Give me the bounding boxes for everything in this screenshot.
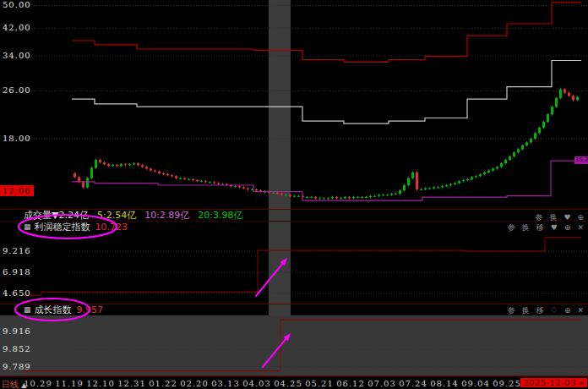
middle-band bbox=[72, 61, 581, 124]
indicator2-value: 9.957 bbox=[77, 304, 104, 315]
date-tick-label: 09.25 bbox=[493, 379, 521, 388]
indicator1-panel[interactable]: 9.2166.9184.650 bbox=[0, 233, 588, 304]
date-tick-label: 04.25 bbox=[274, 379, 302, 388]
date-axis: 日线 ▲ 10.2911.1912.1012.3101.2202.2003.13… bbox=[0, 375, 588, 389]
y-tick-label: 34.00 bbox=[3, 51, 31, 60]
params-icon[interactable]: 参 bbox=[508, 306, 515, 315]
favorite-icon[interactable]: ♥ bbox=[551, 223, 558, 232]
indicator-grid-icon[interactable]: ▦ bbox=[24, 304, 31, 315]
indicator2-line bbox=[24, 320, 581, 371]
move-icon[interactable]: 移 bbox=[536, 223, 544, 232]
y-tick-label: 26.00 bbox=[3, 85, 31, 95]
menu-icon: ≡ bbox=[579, 380, 585, 387]
line-end-value-tag: 15.2 bbox=[574, 156, 588, 164]
date-tick-label: 07.03 bbox=[368, 379, 396, 388]
candles bbox=[74, 88, 579, 199]
y-tick-label: 9.916 bbox=[3, 326, 31, 336]
date-tick-label: 03.13 bbox=[211, 379, 240, 388]
current-date-tag[interactable]: 2025-12-03≡ bbox=[520, 378, 587, 387]
zoom-icon[interactable]: ⊕ bbox=[564, 306, 571, 315]
indicator1-value: 10.723 bbox=[95, 222, 128, 233]
chevron-up-icon: ▲ bbox=[21, 381, 26, 389]
indicator2-panel[interactable]: 9.9169.8529.789 bbox=[0, 315, 588, 375]
volume-segment: 成交量▼2.24亿 bbox=[24, 210, 89, 221]
date-tick-label: 05.21 bbox=[305, 379, 334, 388]
indicator2-toolbar: 参换移♡⊕✕ bbox=[508, 306, 584, 315]
volume-info-row: 成交量▼2.24亿5:2.54亿10:2.89亿20:3.98亿 参换♥⊕ bbox=[0, 209, 588, 221]
indicator1-chart-svg bbox=[0, 233, 588, 304]
switch-indicator-icon[interactable]: 换 bbox=[522, 223, 530, 232]
close-icon[interactable]: ✕ bbox=[577, 223, 584, 232]
date-tag-text: 2025-12-03 bbox=[523, 378, 576, 387]
left-price-tag: 12.06 bbox=[0, 185, 34, 196]
date-tick-label: 10.29 bbox=[24, 379, 52, 388]
y-tick-label: 18.00 bbox=[3, 134, 31, 143]
volume-segment: 5:2.54亿 bbox=[97, 210, 136, 221]
indicator1-name[interactable]: 利润稳定指数 bbox=[35, 222, 90, 233]
y-tick-label: 9.789 bbox=[3, 362, 31, 371]
main-price-panel[interactable]: 12.06 15.2 50.0042.0034.0026.0018.00 bbox=[0, 0, 588, 209]
date-tick-label: 12.10 bbox=[86, 379, 115, 388]
date-tick-label: 09.04 bbox=[461, 379, 490, 388]
date-tick-label: 11.19 bbox=[55, 379, 84, 388]
date-tick-label: 08.14 bbox=[430, 379, 459, 388]
zoom-icon[interactable]: ⊕ bbox=[564, 223, 571, 232]
indicator-grid-icon[interactable]: ▦ bbox=[24, 222, 31, 233]
indicator1-toolbar: 参换移♥⊕✕ bbox=[508, 223, 584, 232]
indicator1-line bbox=[24, 238, 581, 296]
switch-indicator-icon[interactable]: 换 bbox=[522, 306, 530, 315]
period-label[interactable]: 日线 bbox=[2, 380, 19, 389]
trading-app-window: 12.06 15.2 50.0042.0034.0026.0018.00 成交量… bbox=[0, 0, 588, 389]
y-tick-label: 9.852 bbox=[3, 344, 31, 353]
indicator2-row[interactable]: ▦ 成长指数 9.957 参换移♡⊕✕ bbox=[0, 304, 588, 315]
indicator2-chart-svg bbox=[0, 315, 588, 375]
favorite-icon[interactable]: ♡ bbox=[551, 306, 558, 315]
volume-values: 成交量▼2.24亿5:2.54亿10:2.89亿20:3.98亿 bbox=[24, 210, 252, 221]
date-tick-label: 07.24 bbox=[399, 379, 427, 388]
move-icon[interactable]: 移 bbox=[536, 306, 544, 315]
date-tick-label: 06.12 bbox=[336, 379, 365, 388]
indicator2-name[interactable]: 成长指数 bbox=[35, 304, 72, 315]
y-tick-label: 42.00 bbox=[3, 23, 31, 32]
date-tick-label: 04.03 bbox=[242, 379, 271, 388]
main-chart-svg bbox=[0, 0, 588, 209]
volume-segment: 10:2.89亿 bbox=[144, 210, 189, 221]
y-tick-label: 4.650 bbox=[3, 288, 31, 298]
upper-band bbox=[72, 3, 581, 63]
indicator1-row[interactable]: ▦ 利润稳定指数 10.723 参换移♥⊕✕ bbox=[0, 221, 588, 233]
date-tick-label: 12.31 bbox=[117, 379, 146, 388]
close-icon[interactable]: ✕ bbox=[577, 306, 584, 315]
period-selector[interactable]: 日线 ▲ bbox=[2, 379, 26, 389]
volume-segment: 20:3.98亿 bbox=[198, 210, 242, 221]
y-tick-label: 50.00 bbox=[3, 0, 31, 9]
y-tick-label: 9.216 bbox=[3, 246, 31, 255]
date-tick-label: 02.20 bbox=[180, 379, 209, 388]
date-tick-label: 01.22 bbox=[149, 379, 177, 388]
params-icon[interactable]: 参 bbox=[508, 223, 515, 232]
y-tick-label: 6.918 bbox=[3, 267, 31, 277]
